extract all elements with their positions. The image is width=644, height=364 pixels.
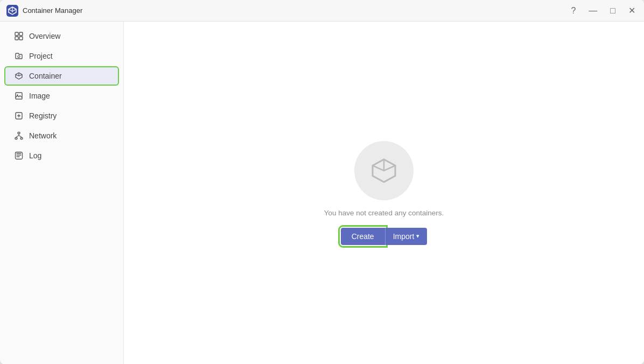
- content-area: You have not created any containers. Cre…: [124, 22, 644, 364]
- sidebar: Overview Project: [0, 22, 124, 364]
- image-icon: [14, 91, 24, 101]
- app-window: Container Manager ? — □ ✕ Over: [0, 0, 644, 364]
- registry-icon: [14, 111, 24, 121]
- empty-state: You have not created any containers. Cre…: [324, 141, 444, 245]
- app-icon: [6, 5, 18, 17]
- maximize-button[interactable]: □: [608, 5, 618, 16]
- title-bar: Container Manager ? — □ ✕: [0, 0, 644, 22]
- svg-rect-2: [19, 32, 23, 36]
- network-label: Network: [29, 131, 57, 140]
- sidebar-item-network[interactable]: Network: [4, 126, 119, 145]
- container-empty-icon: [369, 156, 398, 185]
- project-label: Project: [29, 52, 53, 60]
- svg-rect-3: [15, 37, 18, 40]
- log-label: Log: [29, 151, 41, 160]
- svg-rect-8: [18, 132, 20, 134]
- overview-label: Overview: [29, 32, 60, 40]
- sidebar-item-project[interactable]: Project: [4, 46, 119, 66]
- network-icon: [14, 131, 24, 141]
- sidebar-item-overview[interactable]: Overview: [4, 26, 119, 46]
- overview-icon: [14, 31, 24, 41]
- action-buttons: Create Import ▾: [341, 228, 428, 245]
- svg-rect-4: [19, 37, 23, 40]
- import-button[interactable]: Import ▾: [385, 228, 428, 245]
- help-button[interactable]: ?: [569, 5, 578, 16]
- close-button[interactable]: ✕: [626, 5, 638, 16]
- log-icon: [14, 151, 24, 160]
- app-title: Container Manager: [23, 6, 569, 15]
- svg-point-5: [18, 55, 20, 58]
- sidebar-item-container[interactable]: Container: [4, 66, 119, 86]
- window-controls: ? — □ ✕: [569, 5, 638, 16]
- minimize-button[interactable]: —: [586, 5, 599, 16]
- image-label: Image: [29, 92, 50, 100]
- import-arrow-icon: ▾: [416, 233, 419, 240]
- empty-icon-container: [354, 141, 414, 200]
- project-icon: [14, 51, 24, 61]
- sidebar-item-image[interactable]: Image: [4, 86, 119, 106]
- registry-label: Registry: [29, 111, 57, 120]
- container-label: Container: [29, 72, 62, 80]
- svg-point-6: [17, 94, 18, 95]
- main-layout: Overview Project: [0, 22, 644, 364]
- sidebar-item-registry[interactable]: Registry: [4, 106, 119, 125]
- empty-message: You have not created any containers.: [324, 209, 444, 217]
- sidebar-item-log[interactable]: Log: [4, 146, 119, 165]
- svg-rect-1: [15, 32, 18, 36]
- container-icon: [14, 71, 24, 81]
- create-button[interactable]: Create: [341, 228, 385, 245]
- svg-rect-10: [20, 138, 23, 139]
- import-label: Import: [393, 232, 415, 241]
- svg-rect-9: [15, 138, 17, 139]
